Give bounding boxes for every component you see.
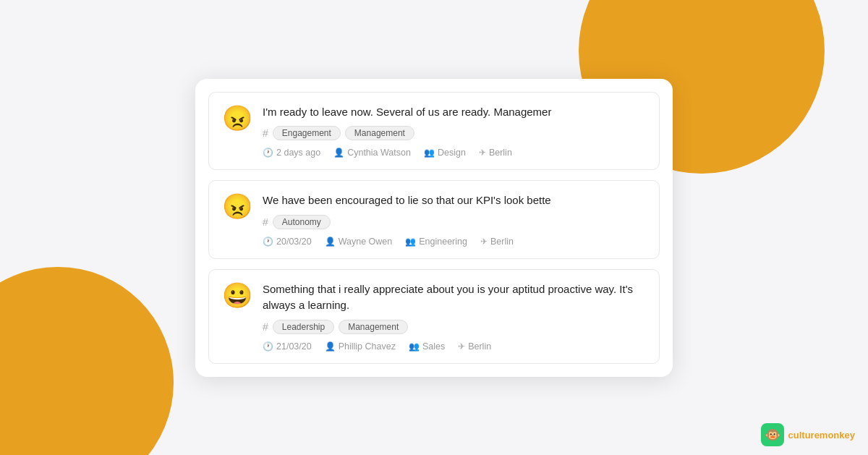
tags-row-2: # Autonomy bbox=[263, 215, 646, 229]
meta-location-2: Berlin bbox=[490, 237, 514, 247]
feedback-card-3: 😀 Something that i really appreciate abo… bbox=[208, 269, 660, 364]
hash-icon-1: # bbox=[263, 127, 268, 139]
meta-time-3: 21/03/20 bbox=[276, 341, 312, 352]
meta-team-2: Engineering bbox=[419, 237, 467, 247]
clock-icon-1: 🕐 bbox=[263, 148, 273, 158]
meta-team-3: Sales bbox=[422, 341, 445, 352]
tag-management-1: Management bbox=[345, 126, 414, 140]
meta-person-2: Wayne Owen bbox=[339, 237, 393, 247]
meta-row-2: 🕐 20/03/20 👤 Wayne Owen 👥 Engineering ✈ … bbox=[263, 237, 646, 247]
meta-location-1: Berlin bbox=[489, 148, 512, 158]
person-icon-1: 👤 bbox=[333, 148, 344, 158]
feedback-card-2: 😠 We have been encouraged to lie so that… bbox=[208, 180, 660, 259]
meta-row-1: 🕐 2 days ago 👤 Cynthia Watson 👥 Design ✈… bbox=[263, 148, 646, 158]
logo-icon: 🐵 bbox=[761, 423, 784, 446]
main-card: 😠 I'm ready to leave now. Several of us … bbox=[195, 79, 673, 377]
team-icon-3: 👥 bbox=[409, 341, 420, 352]
meta-person-3: Phillip Chavez bbox=[339, 341, 396, 352]
meta-time-1: 2 days ago bbox=[276, 148, 320, 158]
decorative-circle-left bbox=[0, 267, 174, 455]
location-icon-1: ✈ bbox=[479, 148, 486, 158]
emoji-1: 😠 bbox=[222, 106, 252, 130]
meta-time-2: 20/03/20 bbox=[276, 237, 312, 247]
tags-row-3: # Leadership Management bbox=[263, 320, 646, 334]
feedback-text-2: We have been encouraged to lie so that o… bbox=[263, 192, 646, 209]
person-icon-3: 👤 bbox=[325, 341, 336, 352]
tag-engagement: Engagement bbox=[273, 126, 341, 140]
person-icon-2: 👤 bbox=[325, 237, 336, 247]
location-icon-3: ✈ bbox=[458, 341, 465, 352]
logo-text: culturemonkey bbox=[788, 430, 855, 441]
meta-location-3: Berlin bbox=[468, 341, 491, 352]
clock-icon-3: 🕐 bbox=[263, 341, 273, 352]
tag-autonomy: Autonomy bbox=[273, 215, 331, 229]
meta-person-1: Cynthia Watson bbox=[347, 148, 411, 158]
team-icon-1: 👥 bbox=[424, 148, 435, 158]
hash-icon-2: # bbox=[263, 216, 268, 228]
clock-icon-2: 🕐 bbox=[263, 237, 273, 247]
hash-icon-3: # bbox=[263, 321, 268, 333]
meta-row-3: 🕐 21/03/20 👤 Phillip Chavez 👥 Sales ✈ Be… bbox=[263, 341, 646, 352]
team-icon-2: 👥 bbox=[405, 237, 416, 247]
tags-row-1: # Engagement Management bbox=[263, 126, 646, 140]
emoji-3: 😀 bbox=[222, 283, 252, 307]
logo-area: 🐵 culturemonkey bbox=[761, 423, 855, 446]
meta-team-1: Design bbox=[438, 148, 466, 158]
feedback-card-1: 😠 I'm ready to leave now. Several of us … bbox=[208, 92, 660, 171]
feedback-text-3: Something that i really appreciate about… bbox=[263, 281, 646, 314]
tag-management-3: Management bbox=[339, 320, 408, 334]
location-icon-2: ✈ bbox=[480, 237, 488, 247]
emoji-2: 😠 bbox=[222, 194, 252, 218]
tag-leadership: Leadership bbox=[273, 320, 334, 334]
feedback-text-1: I'm ready to leave now. Several of us ar… bbox=[263, 104, 646, 121]
